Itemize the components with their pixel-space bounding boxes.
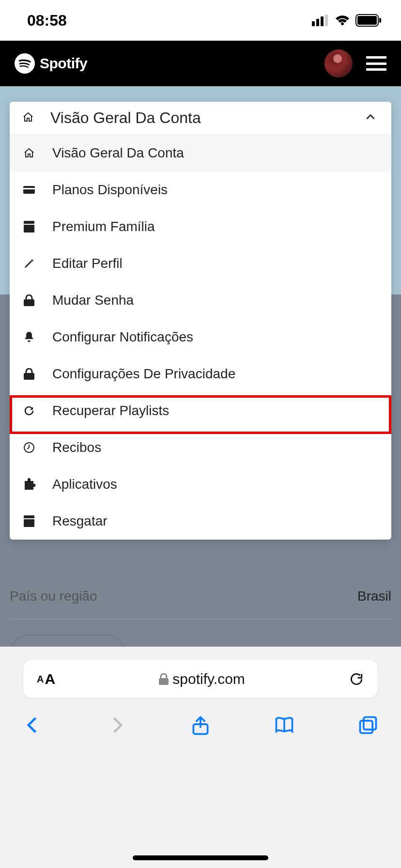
aa-small-icon: A	[37, 674, 44, 685]
clock-icon	[22, 442, 36, 453]
url-bar[interactable]: AA spotify.com	[23, 660, 378, 698]
account-nav-dropdown: Visão Geral Da Conta Visão Geral Da Cont…	[10, 102, 391, 540]
nav-item-label: Mudar Senha	[52, 293, 134, 308]
share-icon[interactable]	[190, 714, 211, 736]
url-display: spotify.com	[159, 671, 245, 687]
svg-rect-19	[364, 717, 376, 730]
status-icons	[312, 14, 382, 27]
text-size-button[interactable]: AA	[37, 671, 55, 687]
profile-country-row: País ou região Brasil	[10, 589, 391, 619]
nav-item-label: Planos Disponíveis	[52, 182, 168, 198]
nav-item-privacy-settings[interactable]: Configurações De Privacidade	[10, 356, 391, 392]
svg-rect-13	[24, 373, 34, 380]
menu-button[interactable]	[366, 56, 386, 71]
brand-name: Spotify	[40, 55, 87, 72]
lock-icon	[22, 368, 36, 380]
nav-item-account-overview[interactable]: Visão Geral Da Conta	[10, 135, 391, 171]
back-icon[interactable]	[22, 714, 44, 736]
svg-rect-1	[316, 19, 319, 26]
nav-item-label: Visão Geral Da Conta	[52, 145, 184, 161]
svg-rect-6	[379, 18, 381, 23]
safari-chrome: AA spotify.com	[0, 647, 401, 868]
svg-rect-17	[159, 678, 169, 685]
wifi-icon	[334, 15, 351, 26]
reload-icon[interactable]	[349, 671, 364, 687]
svg-rect-12	[24, 299, 34, 306]
nav-item-redeem[interactable]: Resgatar	[10, 503, 391, 540]
nav-item-label: Aplicativos	[52, 477, 117, 492]
pencil-icon	[22, 258, 36, 269]
battery-icon	[355, 14, 382, 27]
status-time: 08:58	[27, 12, 67, 30]
svg-rect-2	[321, 16, 324, 26]
app-header: Spotify	[0, 41, 401, 86]
nav-item-label: Premium Família	[52, 219, 155, 234]
bookmarks-icon[interactable]	[274, 714, 295, 736]
lock-icon	[159, 673, 169, 685]
spotify-icon	[15, 53, 35, 74]
profile-country-value: Brasil	[357, 589, 391, 604]
safari-toolbar	[0, 698, 401, 736]
svg-rect-5	[357, 16, 377, 25]
nav-item-change-password[interactable]: Mudar Senha	[10, 282, 391, 319]
home-icon	[22, 147, 36, 159]
nav-item-label: Configurar Notificações	[52, 329, 193, 345]
nav-item-apps[interactable]: Aplicativos	[10, 466, 391, 503]
nav-item-available-plans[interactable]: Planos Disponíveis	[10, 171, 391, 208]
account-nav-list: Visão Geral Da Conta Planos Disponíveis …	[10, 135, 391, 540]
svg-rect-16	[24, 519, 34, 527]
nav-item-premium-family[interactable]: Premium Família	[10, 208, 391, 245]
tabs-icon[interactable]	[357, 714, 379, 736]
dropdown-header-label: Visão Geral Da Conta	[50, 109, 201, 127]
svg-rect-3	[325, 15, 328, 26]
nav-item-label: Editar Perfil	[52, 256, 123, 271]
aa-big-icon: A	[45, 671, 55, 687]
lock-icon	[22, 294, 36, 306]
nav-item-notification-settings[interactable]: Configurar Notificações	[10, 319, 391, 356]
url-domain: spotify.com	[172, 671, 245, 687]
nav-item-label: Recuperar Playlists	[52, 403, 169, 418]
svg-rect-15	[24, 515, 34, 518]
archive-icon	[22, 221, 36, 232]
chevron-up-icon	[364, 111, 377, 125]
dropdown-toggle[interactable]: Visão Geral Da Conta	[10, 102, 391, 135]
svg-rect-10	[24, 221, 34, 224]
home-icon	[22, 111, 34, 125]
archive-icon	[22, 515, 36, 527]
nav-item-label: Configurações De Privacidade	[52, 366, 235, 382]
nav-item-label: Resgatar	[52, 513, 108, 529]
refresh-icon	[22, 405, 36, 417]
card-icon	[22, 186, 36, 194]
nav-item-receipts[interactable]: Recibos	[10, 429, 391, 466]
status-bar: 08:58	[0, 0, 401, 41]
nav-item-edit-profile[interactable]: Editar Perfil	[10, 245, 391, 282]
svg-rect-0	[312, 21, 315, 26]
profile-country-label: País ou região	[10, 589, 97, 604]
svg-rect-20	[360, 721, 373, 733]
puzzle-icon	[22, 478, 36, 491]
cellular-icon	[312, 15, 329, 26]
svg-rect-8	[23, 186, 35, 194]
spotify-logo[interactable]: Spotify	[15, 53, 87, 74]
svg-rect-11	[24, 225, 34, 232]
nav-item-label: Recibos	[52, 440, 101, 455]
nav-item-recover-playlists[interactable]: Recuperar Playlists	[10, 392, 391, 429]
bell-icon	[22, 331, 36, 343]
forward-icon	[106, 714, 127, 736]
svg-rect-9	[23, 188, 35, 189]
home-indicator	[133, 855, 268, 860]
avatar[interactable]	[324, 49, 353, 78]
